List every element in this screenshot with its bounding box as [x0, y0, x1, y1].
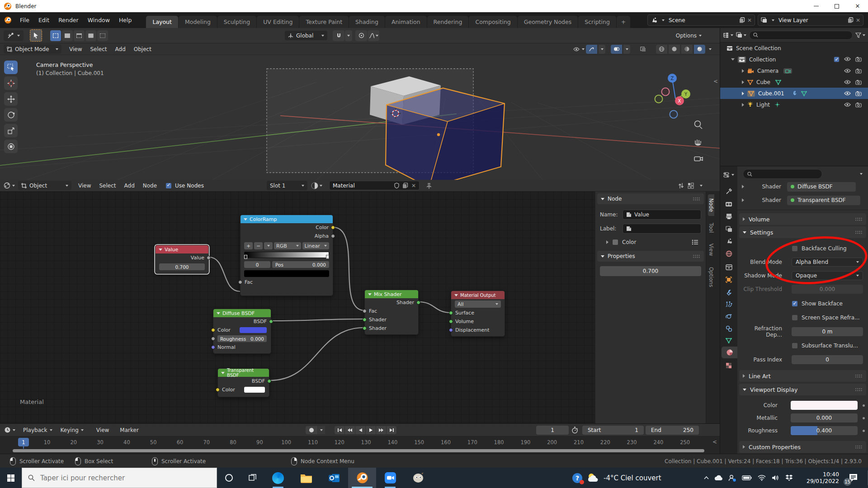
workspace-tab-scripting[interactable]: Scripting [578, 16, 616, 28]
workspace-tab-modeling[interactable]: Modeling [179, 16, 217, 28]
taskbar-app-edge[interactable] [264, 468, 292, 488]
tool-cursor[interactable] [4, 76, 18, 90]
show-backface-checkbox[interactable] [792, 300, 798, 307]
sidebar-tab-view[interactable]: View [708, 239, 714, 260]
transparent-bsdf-output-socket[interactable] [267, 379, 271, 383]
shader-menu-view[interactable]: View [74, 183, 95, 189]
viewport-menu-view[interactable]: View [65, 46, 86, 52]
gradient-stop-0[interactable] [244, 255, 247, 259]
frame-tick[interactable]: 90 [256, 439, 263, 446]
unlink-scene-icon[interactable]: ✕ [747, 17, 752, 23]
vd-metallic-field[interactable]: 0.000 [791, 413, 858, 422]
taskbar-search-box[interactable] [22, 468, 217, 488]
tab-world[interactable] [720, 248, 737, 259]
current-frame-field[interactable]: 1 [536, 426, 569, 435]
frame-tick[interactable]: 250 [680, 439, 690, 446]
colorramp-index-field[interactable]: 0 [244, 261, 270, 268]
node-transparent-bsdf[interactable]: Transparent BSDF BSDF Color [217, 368, 269, 397]
menu-window[interactable]: Window [83, 12, 114, 28]
frame-end-field[interactable]: End250 [646, 426, 699, 435]
frame-tick[interactable]: 50 [150, 439, 157, 446]
overlays-dropdown[interactable] [623, 45, 630, 54]
disable-render-camera-icon[interactable] [855, 80, 862, 85]
screen-space-refraction-checkbox[interactable] [792, 314, 798, 321]
shader-type-dropdown[interactable]: Object [18, 181, 71, 190]
mix-fac-input-socket[interactable] [363, 309, 367, 313]
diffuse-bsdf-output-socket[interactable] [269, 319, 273, 324]
shader-menu-node[interactable]: Node [139, 183, 161, 189]
outliner-filter-dropdown[interactable] [855, 33, 865, 38]
sidebar-value-slider[interactable]: 0.700 [600, 266, 701, 276]
taskbar-app-gimp[interactable] [404, 468, 432, 488]
tray-onedrive-icon[interactable] [712, 468, 724, 488]
fake-user-shield-icon[interactable] [394, 183, 399, 188]
tab-scene[interactable] [720, 235, 737, 247]
hide-eye-icon[interactable] [844, 68, 851, 73]
unlink-material-icon[interactable]: ✕ [411, 183, 416, 189]
output-volume-input-socket[interactable] [449, 319, 453, 324]
sidebar-tab-tool[interactable]: Tool [708, 219, 714, 237]
colorramp-tools-dropdown[interactable] [264, 242, 273, 249]
tray-volume-icon[interactable] [769, 468, 781, 488]
outliner-row-collection[interactable]: Collection [720, 54, 868, 65]
select-mode-subtract[interactable] [74, 30, 85, 41]
subsurface-translucency-checkbox[interactable] [792, 343, 798, 349]
outliner-row-cube-001[interactable]: Cube.001 [720, 88, 868, 99]
outliner-row-scene-collection[interactable]: Scene Collection [720, 42, 868, 54]
animate-dot[interactable] [863, 417, 865, 419]
maximize-button[interactable] [826, 0, 847, 12]
frame-tick[interactable]: 10 [44, 439, 51, 446]
tab-texture[interactable] [720, 360, 737, 371]
timeline-menu-marker[interactable]: Marker [116, 427, 142, 433]
snap-options-dropdown[interactable] [345, 30, 352, 41]
tab-object[interactable] [720, 274, 737, 286]
viewport-scene[interactable]: Z Y X < [0, 55, 720, 180]
value-number-field[interactable]: 0.700 [159, 263, 205, 270]
frame-tick[interactable]: 160 [441, 439, 451, 446]
refraction-depth-field[interactable]: 0 m [792, 327, 863, 336]
colorramp-remove-stop-button[interactable]: − [254, 242, 263, 249]
shadow-mode-dropdown[interactable]: Opaque [792, 271, 863, 280]
tool-scale[interactable] [4, 124, 18, 137]
frame-tick[interactable]: 210 [574, 439, 584, 446]
vd-roughness-slider[interactable]: 0.400 [791, 426, 858, 435]
timeline-menu-playback[interactable]: Playback [19, 427, 57, 433]
shading-wireframe-button[interactable] [656, 45, 667, 54]
frame-tick[interactable]: 120 [335, 439, 344, 446]
node-label-field[interactable] [623, 224, 701, 234]
backface-culling-checkbox[interactable] [792, 245, 798, 252]
select-mode-invert[interactable] [85, 30, 96, 41]
value-output-socket[interactable] [207, 256, 211, 260]
frame-tick[interactable]: 40 [123, 439, 130, 446]
shading-dropdown[interactable] [707, 45, 713, 54]
panel-header-volume[interactable]: Volume [739, 213, 866, 225]
pin-icon[interactable] [426, 183, 432, 189]
frame-tick[interactable]: 180 [494, 439, 504, 446]
frame-tick[interactable]: 220 [600, 439, 610, 446]
frame-tick[interactable]: 170 [467, 439, 477, 446]
output-surface-input-socket[interactable] [449, 311, 453, 315]
new-scene-icon[interactable] [739, 17, 745, 23]
tool-transform[interactable] [4, 140, 18, 153]
node-material-output[interactable]: Material Output All Surface Volume Displ… [451, 291, 505, 337]
disable-render-camera-icon[interactable] [855, 102, 862, 108]
tab-output[interactable] [720, 211, 737, 222]
play-button[interactable] [366, 426, 376, 434]
outliner-search-field[interactable] [749, 31, 853, 40]
tool-select-box[interactable] [4, 61, 18, 74]
weather-widget[interactable]: -4°C Ciel couvert [587, 468, 700, 488]
gizmo-x-neg-axis[interactable] [662, 88, 670, 96]
tab-view-layer[interactable] [720, 223, 737, 235]
search-input[interactable] [39, 474, 202, 483]
viewport-menu-add[interactable]: Add [111, 46, 130, 52]
menu-help[interactable]: Help [114, 12, 137, 28]
sidebar-tab-node[interactable]: Node [708, 194, 714, 216]
menu-edit[interactable]: Edit [34, 12, 54, 28]
hide-eye-icon[interactable] [844, 80, 851, 84]
jump-to-end-button[interactable] [387, 426, 396, 434]
frame-tick[interactable]: 230 [627, 439, 637, 446]
node-panel-header[interactable]: Node [597, 193, 704, 204]
shading-solid-button[interactable] [669, 45, 680, 54]
tab-object-data[interactable] [720, 334, 737, 346]
panel-header-custom-properties[interactable]: Custom Properties [739, 441, 866, 453]
